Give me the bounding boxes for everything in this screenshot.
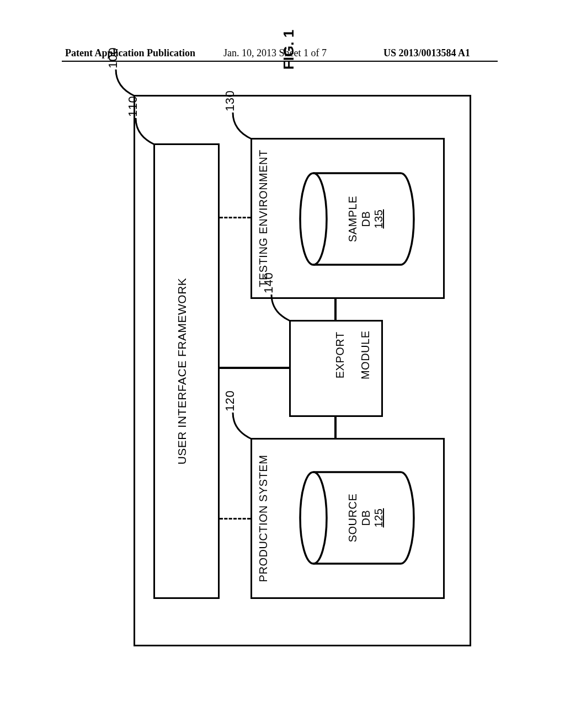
export-module-label: EXPORT MODULE — [321, 320, 385, 417]
refnum-120: 120 — [223, 390, 237, 411]
source-db-label-line1: SOURCE — [347, 494, 359, 543]
source-db-refnum: 125 — [372, 508, 385, 528]
source-db-label-line2: DB — [360, 510, 372, 526]
leader-110 — [132, 116, 160, 147]
sample-db-label-line2: DB — [360, 211, 372, 227]
figure-1-diagram: USER INTERFACE FRAMEWORK PRODUCTION SYST… — [100, 90, 477, 652]
leader-120 — [230, 410, 257, 441]
svg-point-0 — [300, 472, 327, 564]
connector-ui-to-production-dashed — [220, 518, 250, 520]
ui-framework-label: USER INTERFACE FRAMEWORK — [175, 143, 189, 599]
patent-figure-page: Patent Application Publication Jan. 10, … — [0, 0, 565, 728]
source-db-label: SOURCE DB 125 — [347, 469, 386, 567]
connector-ui-to-testing-dashed — [220, 217, 250, 218]
figure-caption: FIG. 1 — [100, 17, 477, 83]
production-system-label: PRODUCTION SYSTEM — [257, 438, 270, 599]
svg-point-1 — [300, 173, 327, 265]
sample-db-refnum: 135 — [372, 210, 385, 229]
source-db-cylinder-125: SOURCE DB 125 — [298, 469, 416, 567]
connector-ui-to-export — [220, 367, 289, 370]
refnum-140: 140 — [262, 272, 275, 293]
sample-db-cylinder-135: SAMPLE DB 135 — [298, 170, 416, 268]
leader-140 — [268, 292, 296, 323]
sample-db-label-line1: SAMPLE — [347, 196, 359, 242]
sample-db-label: SAMPLE DB 135 — [347, 170, 386, 268]
refnum-110: 110 — [126, 96, 140, 117]
figure-rotated-container: USER INTERFACE FRAMEWORK PRODUCTION SYST… — [100, 90, 477, 652]
refnum-130: 130 — [223, 90, 237, 111]
export-module-label-line1: EXPORT — [334, 331, 346, 378]
export-module-label-line2: MODULE — [359, 330, 371, 379]
leader-130 — [230, 110, 257, 141]
connector-export-to-testing — [334, 299, 337, 320]
connector-production-to-export — [334, 417, 337, 438]
